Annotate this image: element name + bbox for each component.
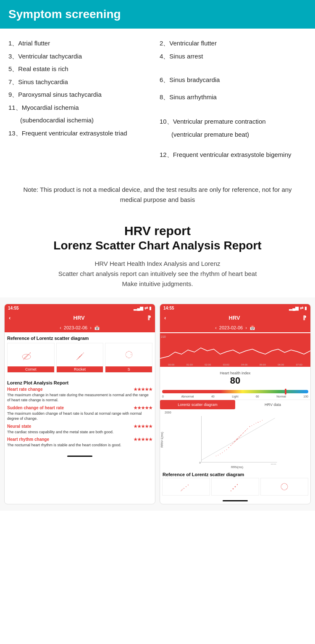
header-title: Symptom screening [8,8,307,21]
svg-point-75 [186,486,186,487]
scatter-y-axis-label: RRN+1(ms) [160,411,164,469]
svg-point-66 [247,429,247,430]
tab-hrv-data[interactable]: HRV data [235,400,310,409]
svg-point-38 [236,438,238,440]
tab-lorenz[interactable]: Lorentz scatter diagram [160,400,235,409]
note-box: Note: This product is not a medical devi… [4,178,311,211]
svg-point-57 [262,420,262,420]
svg-point-12 [24,358,25,359]
bottom-thumb-1[interactable] [162,478,210,496]
symptom-7: 7、Sinus tachycardia [8,76,155,89]
metric-3-name: Neural state ★★★★★ [7,424,152,429]
svg-point-10 [25,358,26,359]
symptom-8: 8、Sinus arrhythmia [160,91,307,104]
svg-point-32 [129,351,129,352]
symptom-grid: 1、Atrial flutter 3、Ventricular tachycard… [8,37,307,162]
hhi-scale: 0 Abnormal 40 Light 60 Normal 100 [160,395,310,398]
svg-point-53 [258,422,259,423]
hhi-bar [162,390,308,393]
left-date-prev[interactable]: ‹ [60,325,61,330]
symptom-col-left: 1、Atrial flutter 3、Ventricular tachycard… [8,37,155,162]
svg-point-31 [126,352,127,353]
metric-1-name: Heart rate change ★★★★★ [7,387,152,392]
symptom-5: 5、Real estate is rich [8,63,155,76]
symptom-8-num: 8、 [160,93,169,101]
svg-point-25 [79,356,80,357]
svg-point-9 [27,355,28,355]
lorenz-thumb-rocket[interactable]: Rocket [56,343,104,373]
scatter-container: RRN+1(ms) 2000 [160,411,310,469]
svg-point-44 [243,432,244,433]
svg-point-55 [260,421,261,422]
right-phone-signal: ▂▄▆ ⇌ ▮ [289,306,307,310]
bottom-thumb-3[interactable] [260,478,308,496]
svg-point-63 [232,444,233,445]
left-date-value: 2023-02-06 [64,325,87,330]
svg-point-86 [286,488,287,489]
svg-point-26 [80,355,81,356]
svg-point-49 [249,426,250,427]
right-nav-back[interactable]: ‹ [164,315,166,321]
svg-point-64 [242,433,243,434]
left-nav-back[interactable]: ‹ [9,315,10,321]
symptom-9-num: 9、 [8,91,18,98]
svg-point-84 [282,484,283,485]
right-nav-share[interactable]: ⁋ [303,315,306,321]
symptom-6: 6、Sinus bradycardia [160,74,307,87]
right-calendar-icon[interactable]: 📅 [249,325,255,331]
svg-point-65 [244,431,245,432]
symptom-13: 13、Frequent ventricular extrasystole tri… [8,127,155,140]
right-date-prev[interactable]: ‹ [215,325,217,330]
lorenz-thumb-comet[interactable]: Comet [7,343,55,373]
svg-point-5 [28,354,29,355]
left-phone-date-bar: ‹ 2023-02-06 › 📅 [5,323,155,332]
lorenz-title: Lorenz Scatter Chart Analysis Report [8,239,307,252]
left-nav-share[interactable]: ⁋ [147,315,151,321]
symptom-11-sub: (subendocardial ischemia) [8,114,155,127]
svg-point-41 [233,443,234,444]
svg-point-36 [129,358,129,358]
metric-4-desc: The nocturnal heart rhythm is stable and… [7,443,152,448]
left-calendar-icon[interactable]: 📅 [94,325,100,331]
svg-point-87 [282,488,283,489]
svg-point-56 [218,455,218,455]
symptom-5-num: 5、 [8,65,18,72]
metric-2-stars: ★★★★★ [134,405,152,410]
symptom-1-num: 1、 [8,40,18,47]
svg-point-59 [236,440,237,440]
left-phone-status-bar: 14:55 ▂▄▆ ⇌ ▮ [5,304,155,312]
svg-text:0: 0 [200,461,201,464]
svg-point-14 [24,359,24,360]
hrv-desc: HRV Heart Health Index Analysis and Lore… [8,259,307,289]
svg-point-42 [241,435,242,435]
left-phone-bottom-bar [67,456,92,457]
hhi-value: 80 [160,375,310,386]
bottom-ref-title: Reference of Lorentz scatter diagram [160,470,310,478]
svg-point-43 [231,445,231,446]
waveform-y-label: 210 [161,335,166,338]
left-phone-content: Reference of Lorentz scatter diagram [5,333,155,375]
symptom-2-num: 2、 [160,40,169,47]
svg-point-22 [76,359,77,360]
bottom-thumb-2[interactable] [211,478,259,496]
bottom-thumb-img-2 [212,478,259,495]
right-phone-status-bar: 14:55 ▂▄▆ ⇌ ▮ [160,304,310,312]
metric-heart-rate-change: Heart rate change ★★★★★ The maximum chan… [7,387,152,403]
rocket-label: Rocket [57,366,103,372]
symptom-11-num: 11、 [8,104,22,111]
symptom-1: 1、Atrial flutter [8,37,155,50]
note-text: Note: This product is not a medical devi… [23,186,291,203]
right-phone-nav: ‹ HRV ⁋ [160,312,310,323]
left-analysis-section: Lorenz Plot Analysis Report Heart rate c… [5,375,155,453]
svg-point-85 [286,484,287,485]
svg-point-0 [22,354,31,359]
symptom-3-num: 3、 [8,53,18,60]
left-date-next[interactable]: › [90,325,92,330]
lorenz-thumb-s[interactable]: S [105,343,152,373]
left-phone-nav: ‹ HRV ⁋ [5,312,155,323]
hhi-bar-marker [285,389,286,395]
svg-point-62 [234,442,235,443]
right-phone-time: 14:55 [163,306,174,310]
right-date-next[interactable]: › [245,325,247,330]
svg-point-39 [234,440,235,441]
